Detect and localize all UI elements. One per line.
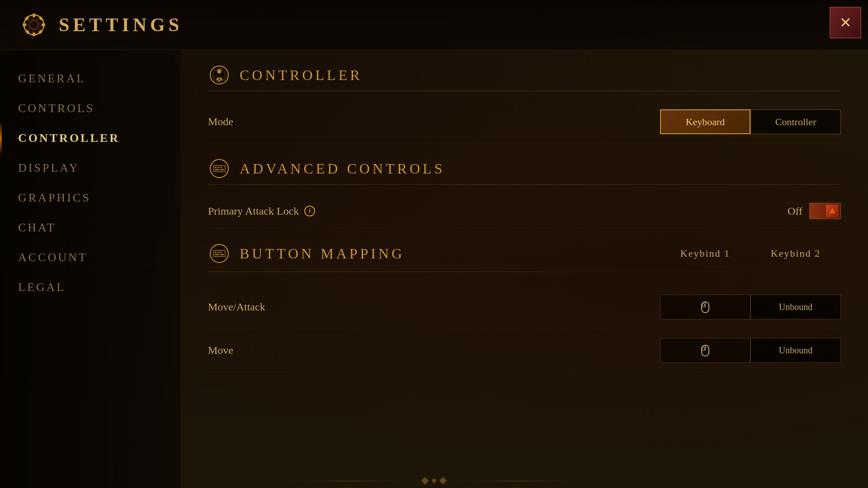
button-mapping-divider bbox=[208, 272, 841, 272]
mode-setting-row: Mode Keyboard Controller bbox=[208, 100, 841, 144]
sidebar-item-controller[interactable]: CONTROLLER bbox=[0, 123, 180, 153]
sidebar: GENERAL CONTROLS CONTROLLER DISPLAY GRAP… bbox=[0, 50, 181, 488]
svg-rect-26 bbox=[220, 252, 222, 253]
content-area: GENERAL CONTROLS CONTROLLER DISPLAY GRAP… bbox=[0, 50, 868, 488]
sidebar-item-general[interactable]: GENERAL bbox=[0, 64, 180, 94]
advanced-controls-section: ADVANCED CONTROLS Primary Attack Lock i … bbox=[208, 157, 841, 229]
svg-rect-18 bbox=[220, 167, 222, 168]
svg-rect-28 bbox=[220, 254, 224, 255]
move-attack-keybind2-text: Unbound bbox=[779, 302, 812, 312]
scroll-diamond bbox=[421, 477, 429, 485]
move-attack-row: Move/Attack Unbound bbox=[208, 286, 841, 329]
primary-attack-lock-toggle: Off bbox=[788, 203, 841, 219]
header: SETTINGS bbox=[0, 0, 868, 50]
advanced-controls-title: ADVANCED CONTROLS bbox=[240, 160, 445, 177]
svg-rect-6 bbox=[42, 23, 45, 26]
keyboard-mode-button[interactable]: Keyboard bbox=[660, 109, 750, 134]
controller-mode-button[interactable]: Controller bbox=[750, 109, 841, 134]
bottom-decoration bbox=[282, 478, 586, 483]
sidebar-item-account[interactable]: ACCOUNT bbox=[0, 243, 180, 272]
mode-toggle-group: Keyboard Controller bbox=[660, 109, 841, 134]
keybind2-col-header: Keybind 2 bbox=[750, 248, 841, 259]
svg-point-13 bbox=[217, 69, 222, 74]
button-mapping-title: BUTTON MAPPING bbox=[240, 245, 405, 262]
button-mapping-title-group: BUTTON MAPPING bbox=[208, 242, 405, 265]
scroll-line-right bbox=[450, 481, 586, 481]
mode-label: Mode bbox=[208, 116, 233, 128]
svg-rect-5 bbox=[23, 23, 26, 26]
settings-panel: CONTROLLER Mode Keyboard Controller bbox=[181, 50, 868, 488]
gear-icon bbox=[18, 9, 50, 41]
svg-rect-4 bbox=[33, 33, 35, 36]
svg-point-22 bbox=[210, 244, 228, 263]
svg-rect-3 bbox=[33, 14, 35, 17]
sidebar-item-controls[interactable]: CONTROLS bbox=[0, 94, 180, 123]
svg-rect-25 bbox=[217, 252, 219, 253]
mapping-column-headers: Keybind 1 Keybind 2 bbox=[660, 248, 841, 259]
svg-rect-20 bbox=[220, 169, 224, 170]
settings-title: SETTINGS bbox=[59, 14, 183, 36]
move-keybind2-text: Unbound bbox=[779, 345, 812, 356]
svg-rect-16 bbox=[215, 167, 217, 168]
primary-attack-lock-row: Primary Attack Lock i Off bbox=[208, 194, 841, 229]
controller-section-title: CONTROLLER bbox=[240, 67, 363, 84]
primary-attack-lock-info-icon[interactable]: i bbox=[304, 206, 315, 216]
move-attack-keybind1[interactable] bbox=[660, 295, 750, 319]
move-keybind1[interactable] bbox=[660, 338, 750, 363]
keybind1-col-header: Keybind 1 bbox=[660, 248, 750, 259]
move-row: Move Unbound bbox=[208, 329, 841, 372]
svg-rect-19 bbox=[215, 169, 219, 170]
move-keybind2[interactable]: Unbound bbox=[750, 338, 841, 363]
svg-marker-21 bbox=[829, 208, 835, 213]
primary-attack-lock-value: Off bbox=[788, 205, 802, 217]
svg-rect-27 bbox=[215, 254, 219, 255]
scroll-line-left bbox=[282, 481, 418, 481]
controller-section-header: CONTROLLER bbox=[208, 64, 841, 91]
sidebar-item-chat[interactable]: CHAT bbox=[0, 213, 180, 243]
move-label: Move bbox=[208, 344, 233, 357]
advanced-controls-header: ADVANCED CONTROLS bbox=[208, 157, 841, 185]
controller-section-icon bbox=[208, 64, 231, 86]
primary-attack-lock-switch[interactable] bbox=[809, 203, 841, 219]
sidebar-item-display[interactable]: DISPLAY bbox=[0, 153, 180, 183]
move-attack-keybinds: Unbound bbox=[660, 295, 841, 319]
scroll-diamond-3 bbox=[439, 477, 447, 485]
close-button[interactable]: ✕ bbox=[830, 7, 861, 38]
button-mapping-header: BUTTON MAPPING Keybind 1 Keybind 2 bbox=[208, 242, 841, 272]
move-attack-keybind2[interactable]: Unbound bbox=[750, 295, 841, 319]
primary-attack-lock-label: Primary Attack Lock i bbox=[208, 205, 315, 217]
sidebar-item-graphics[interactable]: GRAPHICS bbox=[0, 183, 180, 213]
move-attack-label: Move/Attack bbox=[208, 301, 265, 313]
scroll-diamond-2 bbox=[431, 478, 436, 483]
svg-rect-24 bbox=[215, 252, 217, 253]
toggle-thumb bbox=[826, 205, 839, 217]
controller-section: CONTROLLER Mode Keyboard Controller bbox=[208, 64, 841, 144]
svg-point-14 bbox=[210, 160, 228, 178]
button-mapping-icon bbox=[208, 242, 231, 265]
button-mapping-section: BUTTON MAPPING Keybind 1 Keybind 2 Move/… bbox=[208, 242, 841, 372]
advanced-controls-icon bbox=[208, 157, 231, 180]
main-container: SETTINGS ✕ GENERAL CONTROLS CONTROLLER D… bbox=[0, 0, 868, 488]
move-keybinds: Unbound bbox=[660, 338, 841, 363]
svg-rect-17 bbox=[217, 167, 219, 168]
sidebar-item-legal[interactable]: LEGAL bbox=[0, 272, 180, 302]
